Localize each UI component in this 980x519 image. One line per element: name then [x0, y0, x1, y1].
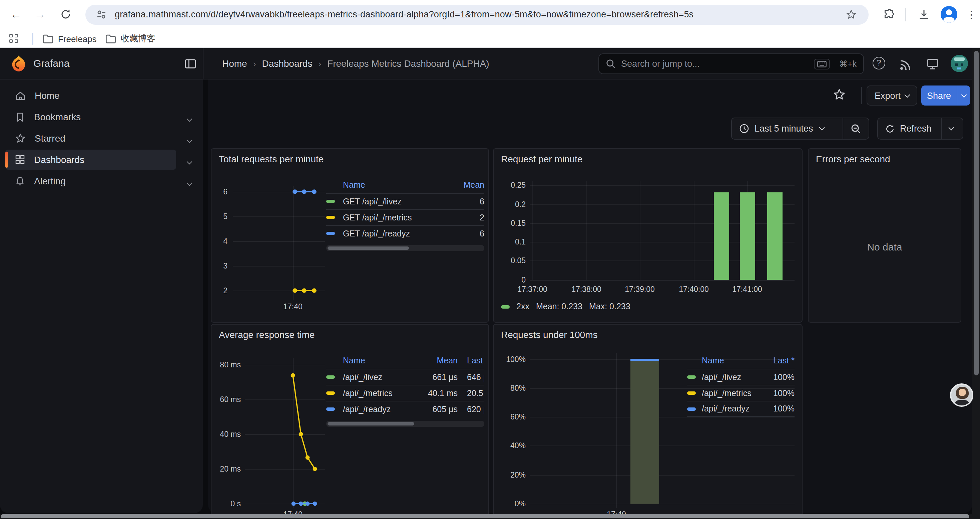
x-tick: 17:38:00: [566, 285, 606, 293]
reload-icon[interactable]: [57, 7, 73, 23]
legend-row[interactable]: GET /api/_/metrics 2: [326, 209, 484, 225]
legend-header-last[interactable]: Last *: [767, 356, 795, 366]
toolbar-divider: [905, 8, 906, 21]
site-info-icon[interactable]: [96, 10, 107, 20]
legend-row[interactable]: /api/_/metrics 100%: [687, 385, 795, 401]
series-name[interactable]: GET /api/_/livez: [343, 197, 458, 206]
chevron-down-icon[interactable]: [188, 133, 198, 144]
series-name[interactable]: /api/_/metrics: [343, 388, 420, 398]
refresh-controls: Refresh: [877, 118, 963, 140]
chevron-down-icon: [819, 125, 824, 131]
legend-row[interactable]: GET /api/_/livez 6: [326, 193, 484, 209]
help-icon[interactable]: ?: [873, 57, 886, 70]
area-fill-100pct[interactable]: [630, 359, 659, 504]
share-button[interactable]: Share: [921, 86, 957, 105]
browser-profile-avatar[interactable]: [941, 6, 957, 23]
chevron-down-icon: [949, 125, 954, 131]
bookmark-star-icon[interactable]: [846, 10, 857, 20]
avatar-torso: [955, 400, 969, 406]
series-color-swatch: [326, 232, 335, 235]
sidebar-item-bookmarks[interactable]: Bookmarks: [5, 107, 176, 127]
share-menu-button[interactable]: [957, 86, 970, 105]
panel-title[interactable]: Request per minute: [501, 153, 582, 164]
legend-header-name[interactable]: Name: [343, 180, 458, 190]
chevron-down-icon[interactable]: [188, 154, 198, 165]
display-icon[interactable]: [926, 57, 939, 71]
browser-menu-icon[interactable]: ⋮: [963, 7, 979, 23]
series-name[interactable]: GET /api/_/metrics: [343, 213, 458, 222]
series-name[interactable]: 2xx: [516, 302, 529, 311]
series-mean: Mean: 0.233: [536, 302, 582, 311]
bookmark-folder-freeleaps[interactable]: Freeleaps: [43, 32, 97, 45]
series-color-swatch: [326, 216, 335, 219]
time-range-picker[interactable]: Last 5 minutes: [732, 118, 843, 139]
legend-row[interactable]: /api/_/livez 661 µs 646 µs: [326, 369, 484, 385]
series-mean: 6: [458, 229, 484, 238]
dock-sidebar-icon[interactable]: [185, 59, 196, 69]
sidebar-item-alerting[interactable]: Alerting: [5, 171, 176, 191]
chevron-down-icon[interactable]: [188, 176, 198, 186]
legend-header-mean[interactable]: Mean: [458, 180, 484, 190]
download-icon[interactable]: [918, 9, 930, 21]
panel-title[interactable]: Requests under 100ms: [501, 329, 598, 340]
back-icon[interactable]: ←: [8, 7, 24, 23]
series-name[interactable]: /api/_/readyz: [702, 404, 767, 414]
refresh-interval-button[interactable]: [942, 118, 961, 139]
bar-2xx[interactable]: [767, 192, 783, 280]
export-button[interactable]: Export: [867, 86, 917, 105]
legend-scrollbar[interactable]: [326, 421, 484, 427]
apps-grid-icon[interactable]: [10, 34, 19, 43]
forward-icon[interactable]: →: [32, 7, 48, 23]
series-name[interactable]: /api/_/livez: [702, 372, 767, 382]
sidebar-item-starred[interactable]: Starred: [5, 128, 176, 148]
bar-2xx[interactable]: [714, 192, 729, 280]
series-last: 20.5 ms: [467, 388, 484, 398]
legend-header-name[interactable]: Name: [702, 356, 767, 366]
legend-row[interactable]: /api/_/readyz 605 µs 620 µs: [326, 401, 484, 417]
x-tick: 17:37:00: [512, 285, 552, 293]
legend-header-last[interactable]: Last *: [467, 356, 484, 366]
time-controls: Last 5 minutes: [731, 118, 869, 140]
panel-title[interactable]: Errors per second: [816, 153, 890, 164]
breadcrumb-separator: ›: [253, 58, 256, 69]
horizontal-scrollbar[interactable]: [0, 514, 972, 519]
home-icon: [15, 90, 26, 101]
series-name[interactable]: /api/_/livez: [343, 372, 420, 382]
series-name[interactable]: /api/_/metrics: [702, 388, 767, 398]
series-name[interactable]: GET /api/_/readyz: [343, 229, 458, 238]
floating-assistant-avatar[interactable]: [950, 383, 973, 407]
legend-scrollbar[interactable]: [326, 245, 484, 251]
zoom-out-button[interactable]: [843, 118, 869, 139]
bar-2xx[interactable]: [740, 192, 755, 280]
brand-name[interactable]: Grafana: [33, 57, 69, 69]
legend-row[interactable]: GET /api/_/readyz 6: [326, 225, 484, 241]
search-input[interactable]: Search or jump to... ⌘+k: [598, 53, 864, 74]
panel-errors-per-second: Errors per second No data: [808, 148, 961, 323]
legend-row[interactable]: /api/_/livez 100%: [687, 369, 795, 385]
grafana-logo[interactable]: [10, 55, 27, 72]
series-name[interactable]: /api/_/readyz: [343, 404, 420, 414]
news-rss-icon[interactable]: [899, 58, 912, 72]
legend-header-mean[interactable]: Mean: [420, 356, 458, 366]
legend-row[interactable]: /api/_/metrics 40.1 ms 20.5 ms: [326, 385, 484, 401]
vertical-scrollbar-thumb[interactable]: [974, 51, 978, 375]
legend-row[interactable]: /api/_/readyz 100%: [687, 401, 795, 417]
x-tick: 17:41:00: [727, 285, 767, 293]
vertical-scrollbar[interactable]: [972, 48, 980, 519]
favorite-dashboard-star-icon[interactable]: [832, 88, 846, 102]
refresh-button[interactable]: Refresh: [878, 118, 941, 139]
legend-scrollbar-thumb[interactable]: [328, 422, 414, 425]
chevron-down-icon[interactable]: [188, 112, 198, 122]
legend-header-name[interactable]: Name: [343, 356, 420, 366]
breadcrumb-home[interactable]: Home: [222, 58, 247, 69]
horizontal-scrollbar-thumb[interactable]: [1, 514, 969, 518]
legend-scrollbar-thumb[interactable]: [328, 246, 409, 250]
sidebar-item-home[interactable]: Home: [5, 86, 176, 105]
user-avatar[interactable]: [951, 55, 968, 72]
url-bar[interactable]: grafana.mathmast.com/d/deytv4rwavabkb/fr…: [85, 5, 869, 25]
bookmark-folder-blogs[interactable]: 收藏博客: [105, 32, 156, 45]
url-text[interactable]: grafana.mathmast.com/d/deytv4rwavabkb/fr…: [115, 10, 694, 19]
breadcrumb-dashboards[interactable]: Dashboards: [262, 58, 312, 69]
extensions-icon[interactable]: [883, 9, 895, 21]
sidebar-item-dashboards[interactable]: Dashboards: [5, 150, 176, 170]
